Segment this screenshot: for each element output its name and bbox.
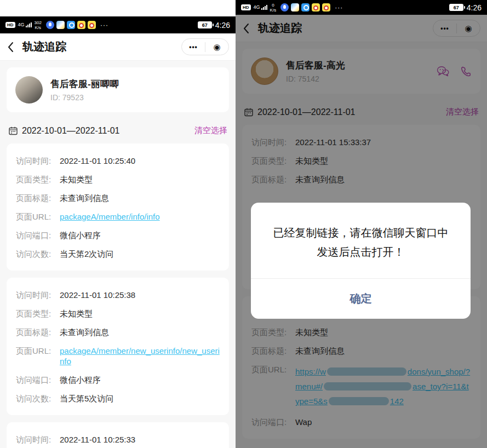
search-app-icon [67, 21, 75, 29]
row-label: 访问端口: [16, 375, 60, 385]
record-row-count: 访问次数: 当天第5次访问 [16, 393, 220, 404]
row-label: 访问时间: [16, 290, 60, 300]
page-url-link[interactable]: packageA/member/new_userinfo/new_userinf… [60, 346, 220, 366]
weather-app-icon [56, 21, 65, 29]
record-row-url: 页面URL: packageA/member/new_userinfo/new_… [16, 346, 220, 366]
date-range-value[interactable]: 2022-10-01—2022-11-01 [22, 126, 120, 136]
record-row-time: 访问时间: 2022-11-01 10:25:38 [16, 290, 220, 300]
bulb-app-icon [280, 3, 289, 12]
record-row-port: 访问端口: 微信小程序 [16, 375, 220, 385]
hd-badge: HD [241, 4, 251, 10]
row-label: 页面URL: [16, 211, 60, 222]
left-status-left: HD 4G 302 K/s ··· [5, 20, 108, 30]
visit-port-value: 微信小程序 [60, 375, 220, 385]
network-speed: 302 K/s [35, 20, 42, 30]
visit-count-value: 当天第2次访问 [60, 249, 220, 259]
record-row-count: 访问次数: 当天第2次访问 [16, 249, 220, 259]
left-top-gap [0, 0, 236, 16]
record-row-port: 访问端口: 微信小程序 [16, 230, 220, 240]
visit-record-card: 访问时间: 2022-11-01 10:25:33 [7, 422, 229, 448]
visit-time-value: 2022-11-01 10:25:33 [60, 434, 220, 445]
left-nav-bar: 轨迹追踪 ••• ◉ [0, 33, 236, 61]
row-label: 页面URL: [16, 346, 60, 366]
left-status-right: 67 4:26 [198, 21, 230, 30]
network-speed: 0 K/s [270, 3, 277, 13]
clock: 4:26 [467, 3, 482, 12]
battery-percent: 67 [202, 22, 208, 28]
right-status-right: 67 4:26 [449, 3, 482, 12]
chevron-left-icon [8, 42, 14, 53]
weather-app-icon [291, 3, 299, 12]
signal-bars-icon [26, 22, 32, 27]
left-status-bar: HD 4G 302 K/s ··· [0, 16, 236, 33]
dialog-message-line2: 发送后点击打开！ [266, 243, 455, 262]
network-indicator: 4G [18, 22, 32, 27]
screenshot-canvas: HD 4G 302 K/s ··· [0, 0, 487, 448]
row-label: 访问次数: [16, 393, 60, 404]
miniprogram-capsule: ••• ◉ [181, 38, 229, 55]
row-label: 访问端口: [16, 230, 60, 240]
weibo-app-icon [322, 3, 330, 12]
profile-text: 售后客服-丽唧唧 ID: 79523 [50, 78, 119, 102]
network-type-label: 4G [18, 22, 25, 27]
record-row-time: 访问时间: 2022-11-01 10:25:40 [16, 156, 220, 166]
row-label: 访问次数: [16, 249, 60, 259]
page-url-link[interactable]: packageA/member/info/info [60, 212, 160, 221]
back-button[interactable] [7, 39, 15, 55]
net-speed-value: 0 [272, 3, 274, 8]
row-label: 页面标题: [16, 327, 60, 337]
avatar [15, 76, 43, 104]
visit-time-value: 2022-11-01 10:25:40 [60, 156, 220, 166]
record-row-type: 页面类型: 未知类型 [16, 174, 220, 185]
capsule-close-button[interactable]: ◉ [205, 43, 228, 51]
more-notifications-icon: ··· [100, 21, 108, 29]
battery-icon: 67 [449, 4, 463, 11]
left-content: 售后客服-丽唧唧 ID: 79523 2022-10-01—2022-11-01 [0, 61, 236, 448]
weibo-app-icon [312, 3, 320, 12]
notification-icons [280, 3, 330, 12]
more-notifications-icon: ··· [335, 4, 343, 12]
copy-link-dialog: 已经复制链接，请在微信聊天窗口中 发送后点击打开！ 确定 [251, 203, 471, 319]
row-label: 页面标题: [16, 193, 60, 203]
row-label: 页面类型: [16, 174, 60, 185]
visit-time-value: 2022-11-01 10:25:38 [60, 290, 220, 300]
right-screen: HD 4G 0 K/s ··· [236, 0, 487, 448]
weibo-app-icon [77, 21, 85, 29]
bulb-app-icon [46, 21, 54, 29]
page-type-value: 未知类型 [60, 174, 220, 185]
left-screen: HD 4G 302 K/s ··· [0, 0, 236, 448]
signal-bars-icon [261, 5, 267, 10]
right-status-bar: HD 4G 0 K/s ··· [236, 0, 487, 15]
customer-id: ID: 79523 [50, 93, 119, 102]
row-label: 访问时间: [16, 434, 60, 445]
customer-profile-card: 售后客服-丽唧唧 ID: 79523 [7, 67, 229, 112]
weibo-app-icon [88, 21, 96, 29]
date-filter-row[interactable]: 2022-10-01—2022-11-01 清空选择 [7, 119, 229, 143]
network-indicator: 4G [254, 5, 267, 10]
visit-record-card: 访问时间: 2022-11-01 10:25:38 页面类型: 未知类型 页面标… [7, 278, 229, 415]
right-status-left: HD 4G 0 K/s ··· [241, 3, 343, 13]
clear-selection-button[interactable]: 清空选择 [194, 125, 227, 136]
dialog-message-line1: 已经复制链接，请在微信聊天窗口中 [266, 223, 455, 243]
record-row-type: 页面类型: 未知类型 [16, 308, 220, 319]
dialog-message: 已经复制链接，请在微信聊天窗口中 发送后点击打开！ [251, 203, 471, 278]
net-speed-unit: K/s [270, 8, 277, 13]
clock: 4:26 [215, 21, 230, 30]
hd-badge: HD [5, 22, 15, 28]
row-label: 访问时间: [16, 156, 60, 166]
record-row-title: 页面标题: 未查询到信息 [16, 327, 220, 337]
record-row-title: 页面标题: 未查询到信息 [16, 193, 220, 203]
capsule-menu-button[interactable]: ••• [182, 43, 205, 51]
battery-icon: 67 [198, 21, 212, 28]
visit-count-value: 当天第5次访问 [60, 393, 220, 404]
network-type-label: 4G [254, 5, 260, 10]
page-title: 轨迹追踪 [22, 39, 66, 54]
customer-name: 售后客服-丽唧唧 [50, 78, 119, 90]
record-row-time: 访问时间: 2022-11-01 10:25:33 [16, 434, 220, 445]
notification-icons [46, 21, 96, 29]
search-app-icon [301, 3, 310, 12]
visit-record-card: 访问时间: 2022-11-01 10:25:40 页面类型: 未知类型 页面标… [7, 143, 229, 271]
calendar-icon [8, 126, 18, 136]
row-label: 页面类型: [16, 308, 60, 319]
confirm-button[interactable]: 确定 [251, 278, 471, 319]
